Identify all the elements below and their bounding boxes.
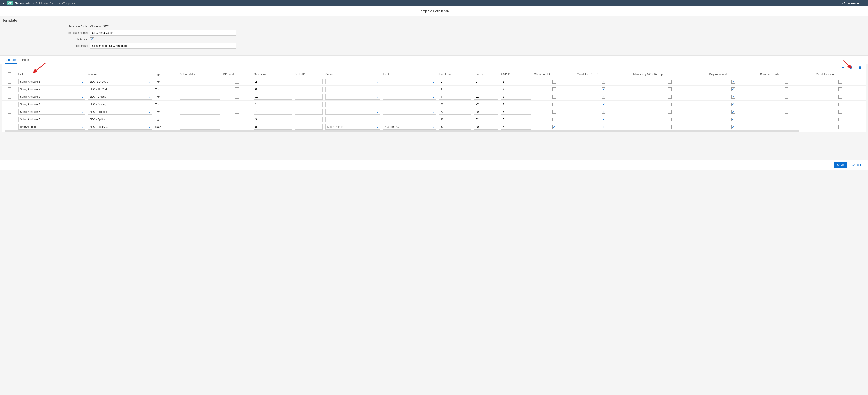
row-select-checkbox[interactable]: [8, 80, 11, 84]
source-select[interactable]: ⌄: [325, 94, 380, 100]
mscan-checkbox[interactable]: [838, 80, 842, 84]
unp-input[interactable]: [501, 102, 531, 107]
col-mmor[interactable]: Mandatory MOR Receipt: [632, 70, 708, 78]
mgrpo-checkbox[interactable]: [602, 95, 606, 98]
source-select[interactable]: ⌄: [325, 102, 380, 107]
trimto-input[interactable]: [474, 124, 498, 130]
field-select[interactable]: String Attribute 6⌄: [19, 117, 85, 122]
breadcrumb[interactable]: Serialization Parameters Templates: [35, 2, 75, 5]
mscan-checkbox[interactable]: [838, 87, 842, 91]
input-remarks[interactable]: [90, 43, 236, 49]
row-select-checkbox[interactable]: [8, 87, 11, 91]
trimfrom-input[interactable]: [439, 102, 471, 107]
field2-select[interactable]: ⌄: [383, 79, 436, 84]
attribute-select[interactable]: SEC - Expiry ...⌄: [88, 124, 152, 130]
grid-scroll[interactable]: Field Attribute Type Default Value DB Fi…: [2, 70, 866, 130]
user-label[interactable]: manager: [848, 2, 860, 5]
dwms-checkbox[interactable]: [731, 125, 735, 129]
default-input[interactable]: [180, 102, 221, 107]
default-input[interactable]: [180, 109, 221, 115]
col-attribute[interactable]: Attribute: [87, 70, 154, 78]
source-select[interactable]: ⌄: [325, 109, 380, 115]
row-select-checkbox[interactable]: [8, 110, 11, 114]
trimto-input[interactable]: [474, 79, 498, 84]
trimfrom-input[interactable]: [439, 79, 471, 84]
trimfrom-input[interactable]: [439, 87, 471, 92]
maximum-input[interactable]: [254, 87, 291, 92]
col-trimfrom[interactable]: Trim From: [437, 70, 473, 78]
field-select[interactable]: String Attribute 1⌄: [19, 79, 85, 84]
cancel-button[interactable]: Cancel: [849, 162, 864, 168]
trimto-input[interactable]: [474, 102, 498, 107]
dbfield-checkbox[interactable]: [235, 118, 239, 121]
field2-select[interactable]: ⌄: [383, 109, 436, 115]
gs1-input[interactable]: [294, 109, 322, 115]
attribute-select[interactable]: SEC - Coding ...⌄: [88, 102, 152, 107]
dbfield-checkbox[interactable]: [235, 125, 239, 129]
row-select-checkbox[interactable]: [8, 125, 11, 129]
clustering-checkbox[interactable]: [552, 80, 556, 84]
mgrpo-checkbox[interactable]: [602, 118, 606, 121]
trimto-input[interactable]: [474, 94, 498, 100]
gs1-input[interactable]: [294, 117, 322, 122]
gs1-input[interactable]: [294, 102, 322, 107]
trimto-input[interactable]: [474, 87, 498, 92]
trimto-input[interactable]: [474, 117, 498, 122]
attribute-select[interactable]: SEC - Split N...⌄: [88, 117, 152, 122]
field2-select[interactable]: ⌄: [383, 117, 436, 122]
col-default[interactable]: Default Value: [178, 70, 222, 78]
mmor-checkbox[interactable]: [668, 80, 672, 84]
app-launcher-icon[interactable]: [863, 1, 866, 5]
horizontal-scrollbar[interactable]: [5, 130, 799, 132]
gs1-input[interactable]: [294, 79, 322, 84]
col-field[interactable]: Field: [17, 70, 87, 78]
mgrpo-checkbox[interactable]: [602, 80, 606, 84]
field-select[interactable]: String Attribute 4⌄: [19, 102, 85, 107]
mscan-checkbox[interactable]: [838, 103, 842, 106]
cwms-checkbox[interactable]: [785, 95, 788, 98]
field2-select[interactable]: ⌄: [383, 87, 436, 92]
cwms-checkbox[interactable]: [785, 80, 788, 84]
col-gs1[interactable]: GS1 - ID: [293, 70, 324, 78]
dbfield-checkbox[interactable]: [235, 95, 239, 98]
default-input[interactable]: [180, 79, 221, 84]
mmor-checkbox[interactable]: [668, 118, 672, 121]
source-select[interactable]: ⌄: [325, 87, 380, 92]
mmor-checkbox[interactable]: [668, 110, 672, 114]
maximum-input[interactable]: [254, 94, 291, 100]
cwms-checkbox[interactable]: [785, 87, 788, 91]
select-all-checkbox[interactable]: [8, 73, 11, 76]
col-source[interactable]: Source: [324, 70, 382, 78]
field-select[interactable]: String Attribute 3⌄: [19, 94, 85, 100]
attribute-select[interactable]: SEC ISO Cou...⌄: [88, 79, 152, 84]
mgrpo-checkbox[interactable]: [602, 87, 606, 91]
mscan-checkbox[interactable]: [838, 95, 842, 98]
default-input[interactable]: [180, 94, 221, 100]
col-trimto[interactable]: Trim To: [473, 70, 500, 78]
maximum-input[interactable]: [254, 117, 291, 122]
dbfield-checkbox[interactable]: [235, 80, 239, 84]
field-select[interactable]: String Attribute 5⌄: [19, 109, 85, 115]
columns-icon[interactable]: [858, 65, 861, 69]
mscan-checkbox[interactable]: [838, 118, 842, 121]
unp-input[interactable]: [501, 117, 531, 122]
default-input[interactable]: [180, 87, 221, 92]
field2-select[interactable]: Supplier B...⌄: [383, 124, 436, 130]
row-select-checkbox[interactable]: [8, 95, 11, 98]
col-mscan[interactable]: Mandatory scan: [814, 70, 866, 78]
dbfield-checkbox[interactable]: [235, 110, 239, 114]
checkbox-is-active[interactable]: [90, 37, 94, 41]
unp-input[interactable]: [501, 94, 531, 100]
delete-row-icon[interactable]: [849, 65, 853, 69]
field-select[interactable]: Date Attribute 1⌄: [19, 124, 85, 130]
col-maximum[interactable]: Maximum ...: [252, 70, 293, 78]
cwms-checkbox[interactable]: [785, 110, 788, 114]
back-icon[interactable]: [2, 2, 5, 5]
gs1-input[interactable]: [294, 94, 322, 100]
dwms-checkbox[interactable]: [731, 87, 735, 91]
col-type[interactable]: Type: [154, 70, 178, 78]
save-button[interactable]: Save: [834, 162, 847, 168]
maximum-input[interactable]: [254, 109, 291, 115]
input-template-name[interactable]: [90, 30, 236, 36]
mgrpo-checkbox[interactable]: [602, 110, 606, 114]
